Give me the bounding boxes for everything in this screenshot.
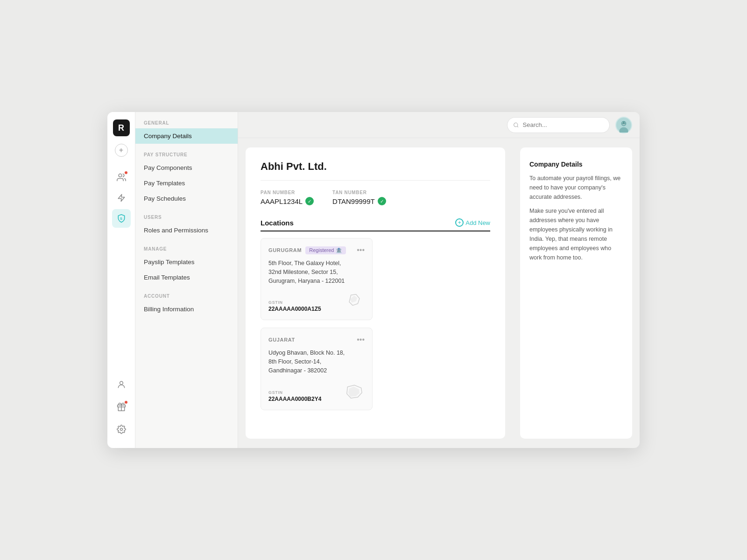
location-state-gurugram: GURUGRAM: [268, 247, 302, 253]
main-area: Abhi Pvt. Ltd. PAN NUMBER AAAPL1234L ✓: [238, 112, 640, 448]
nav-users-icon[interactable]: [112, 168, 131, 187]
gstin-value-gujarat: 22AAAAA0000B2Y4: [268, 396, 321, 402]
svg-point-13: [622, 122, 623, 123]
svg-point-0: [119, 174, 122, 177]
sidebar-item-payslip-templates[interactable]: Payslip Templates: [135, 254, 238, 270]
add-new-plus-icon: +: [455, 218, 464, 227]
location-menu-gujarat[interactable]: •••: [357, 336, 365, 344]
sidebar-item-billing[interactable]: Billing Information: [135, 301, 238, 317]
pan-field: PAN NUMBER AAAPL1234L ✓: [261, 190, 314, 205]
nav-lightning-icon[interactable]: [112, 189, 131, 207]
locations-title: Locations: [261, 219, 294, 227]
app-logo: R: [113, 119, 130, 136]
pan-tan-section: PAN NUMBER AAAPL1234L ✓ TAN NUMBER: [261, 190, 490, 205]
gstin-label-gujarat: GSTIN: [268, 390, 321, 395]
gstin-label-gurugram: GSTIN: [268, 300, 321, 305]
location-address-gujarat: Udyog Bhavan, Block No. 18,8th Floor, Se…: [268, 349, 365, 375]
location-card-header-gujarat: GUJARAT •••: [268, 336, 365, 344]
gift-badge: [124, 400, 128, 404]
icon-rail: R + S: [107, 112, 135, 448]
sidebar-item-email-templates[interactable]: Email Templates: [135, 270, 238, 285]
search-icon: [513, 122, 519, 128]
users-badge: [124, 171, 128, 175]
location-menu-gurugram[interactable]: •••: [357, 246, 365, 254]
locations-grid: GURUGRAM Registered 🏦 ••• 5th Floor, The…: [261, 238, 490, 410]
svg-point-6: [120, 428, 122, 431]
info-panel-text1: To automate your payroll filings, we nee…: [529, 174, 623, 202]
gstin-value-gurugram: 22AAAAA0000A1Z5: [268, 306, 321, 312]
sidebar-section-general: GENERAL: [135, 112, 238, 128]
sidebar-item-pay-schedules[interactable]: Pay Schedules: [135, 191, 238, 206]
content-area: Abhi Pvt. Ltd. PAN NUMBER AAAPL1234L ✓: [238, 138, 640, 448]
info-panel-title: Company Details: [529, 161, 623, 168]
svg-point-14: [625, 122, 626, 123]
sidebar-section-account: ACCOUNT: [135, 285, 238, 301]
pan-value: AAAPL1234L ✓: [261, 197, 314, 205]
sidebar-section-pay-structure: PAY STRUCTURE: [135, 144, 238, 160]
location-state-gujarat: GUJARAT: [268, 337, 295, 343]
location-footer-gurugram: GSTIN 22AAAAA0000A1Z5: [268, 292, 365, 312]
nav-profile-icon[interactable]: [112, 375, 131, 394]
right-content: Abhi Pvt. Ltd. PAN NUMBER AAAPL1234L ✓: [246, 147, 632, 439]
content-panel: Abhi Pvt. Ltd. PAN NUMBER AAAPL1234L ✓: [246, 147, 505, 439]
nav-settings-icon[interactable]: [112, 420, 131, 439]
info-panel: Company Details To automate your payroll…: [520, 147, 632, 439]
svg-point-7: [514, 123, 518, 126]
header: [238, 112, 640, 138]
svg-point-3: [120, 381, 123, 385]
nav-gift-icon[interactable]: [112, 398, 131, 416]
sidebar-section-users: USERS: [135, 206, 238, 223]
info-panel-text2: Make sure you've entered all addresses w…: [529, 206, 623, 262]
sidebar-item-company-details[interactable]: Company Details: [135, 128, 238, 144]
search-bar[interactable]: [507, 117, 610, 133]
location-address-gurugram: 5th Floor, The Galaxy Hotel,32nd Milesto…: [268, 259, 365, 285]
search-input[interactable]: [523, 121, 604, 128]
svg-text:S: S: [120, 217, 122, 221]
pan-verified-icon: ✓: [305, 197, 314, 205]
page-title: Abhi Pvt. Ltd.: [261, 161, 490, 181]
nav-shield-icon[interactable]: S: [112, 209, 131, 228]
add-new-button[interactable]: + Add New: [455, 218, 490, 227]
pan-label: PAN NUMBER: [261, 190, 314, 195]
svg-line-8: [517, 126, 518, 127]
location-card-gujarat: GUJARAT ••• Udyog Bhavan, Block No. 18,8…: [261, 328, 373, 410]
state-map-gurugram: [344, 292, 365, 312]
location-card-header-gurugram: GURUGRAM Registered 🏦 •••: [268, 246, 365, 254]
location-card-gurugram: GURUGRAM Registered 🏦 ••• 5th Floor, The…: [261, 238, 373, 320]
state-map-gujarat: [344, 382, 365, 402]
location-footer-gujarat: GSTIN 22AAAAA0000B2Y4: [268, 382, 365, 402]
user-avatar[interactable]: [615, 117, 632, 133]
sidebar-item-pay-templates[interactable]: Pay Templates: [135, 175, 238, 191]
locations-header: Locations + Add New: [261, 218, 490, 231]
location-badge-gurugram: Registered 🏦: [305, 246, 345, 254]
avatar-image: [616, 118, 631, 133]
svg-marker-1: [118, 195, 125, 202]
sidebar-section-manage: MANAGE: [135, 238, 238, 254]
sidebar-item-pay-components[interactable]: Pay Components: [135, 160, 238, 175]
sidebar-item-roles-permissions[interactable]: Roles and Permissions: [135, 223, 238, 238]
tan-value: DTAN99999T ✓: [332, 197, 386, 205]
tan-field: TAN NUMBER DTAN99999T ✓: [332, 190, 386, 205]
sidebar: GENERAL Company Details PAY STRUCTURE Pa…: [135, 112, 238, 448]
add-button[interactable]: +: [115, 144, 128, 157]
tan-label: TAN NUMBER: [332, 190, 386, 195]
tan-verified-icon: ✓: [378, 197, 386, 205]
